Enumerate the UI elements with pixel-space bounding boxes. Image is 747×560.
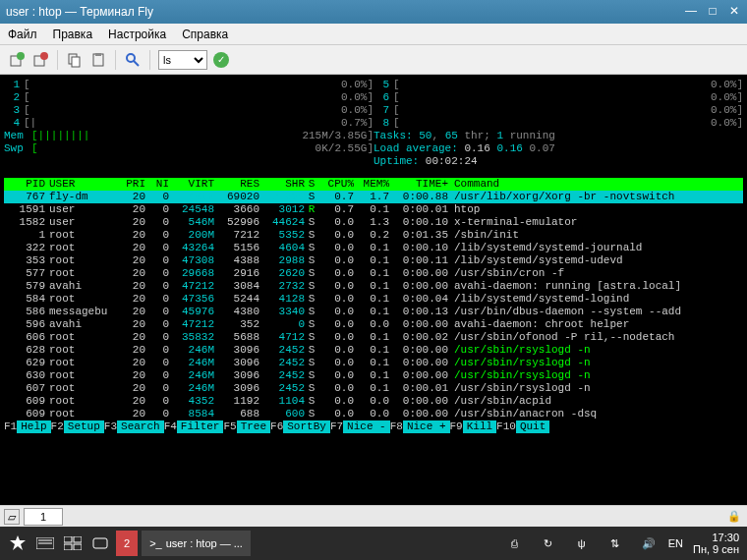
process-row[interactable]: 609root200435211921104S0.00.00:00.00/usr… [4,395,743,408]
fn-key: F9 [450,420,463,433]
svg-rect-15 [74,536,82,542]
process-row[interactable]: 596avahi200472123520S0.00.00:00.00avahi-… [4,318,743,331]
process-row[interactable]: 353root2004730843882988S0.00.10:00.11/li… [4,254,743,267]
svg-rect-5 [72,57,80,67]
svg-line-9 [134,61,139,66]
system-tray: ⎙ ↻ ψ ⇅ 🔊 EN 17:30 Пн, 9 сен [501,532,743,555]
process-row[interactable]: 579avahi2004721230842732S0.00.10:00.00av… [4,280,743,293]
fn-label[interactable]: Kill [463,420,496,433]
taskbar-app-pager[interactable]: 2 [116,531,138,556]
process-row[interactable]: 629root200246M30962452S0.00.10:00.00/usr… [4,357,743,369]
fn-label[interactable]: Quit [516,420,549,433]
volume-icon[interactable]: 🔊 [637,532,661,555]
process-row[interactable]: 630root200246M30962452S0.00.10:00.00/usr… [4,369,743,382]
network-icon[interactable]: ⇅ [603,532,627,555]
windows-icon[interactable] [88,532,112,555]
fn-label[interactable]: Filter [177,420,224,433]
svg-rect-7 [95,53,101,56]
cpu-meter: 1[0.0%] [4,79,374,91]
fn-label[interactable]: Search [117,420,164,433]
tray-icon[interactable]: ⎙ [503,532,527,555]
fn-label[interactable]: Nice + [403,420,450,433]
menu-help[interactable]: Справка [182,28,228,41]
terminal-tabbar: ▱ 1 🔒 [0,505,747,527]
function-keys: F1HelpF2SetupF3SearchF4FilterF5TreeF6Sor… [4,420,743,433]
maximize-button[interactable]: □ [706,5,719,19]
swp-meter: Swp[0K/2.55G] [4,142,374,155]
refresh-icon[interactable]: ↻ [537,532,560,555]
taskbar: 2 >_user : htop — ... ⎙ ↻ ψ ⇅ 🔊 EN 17:30… [0,527,747,560]
process-row[interactable]: 1582user200546M5299644624S0.01.30:00.10x… [4,216,743,229]
process-row[interactable]: 577root2002966829162620S0.00.10:00.00/us… [4,267,743,280]
svg-rect-17 [74,544,82,550]
fn-label[interactable]: SortBy [283,420,330,433]
command-select[interactable]: ls [158,50,207,70]
cpu-meter: 2[0.0%] [4,91,374,104]
lock-icon[interactable]: 🔒 [725,508,743,526]
menu-settings[interactable]: Настройка [108,28,166,41]
close-button[interactable]: ✕ [727,5,741,19]
process-row[interactable]: 1root200200M72125352S0.00.20:01.35/sbin/… [4,229,743,242]
fn-key: F8 [390,420,403,433]
cpu-meter: 8[0.0%] [374,117,743,130]
menubar: Файл Правка Настройка Справка [0,24,747,45]
process-row[interactable]: 322root2004326451564604S0.00.10:00.10/li… [4,242,743,254]
svg-rect-14 [64,536,72,542]
fn-key: F7 [330,420,343,433]
cpu-meter: 7[0.0%] [374,104,743,117]
paste-icon[interactable] [89,51,107,69]
process-row[interactable]: 586messagebu2004597643803340S0.00.10:00.… [4,306,743,318]
fn-key: F5 [223,420,236,433]
fn-key: F3 [104,420,117,433]
minimize-button[interactable]: — [684,5,698,19]
toolbar: ls ✓ [0,45,747,75]
run-icon[interactable]: ✓ [213,52,229,68]
fn-key: F4 [164,420,177,433]
terminal[interactable]: 1[0.0%]2[0.0%]3[0.0%]4[|0.7%] 5[0.0%]6[0… [0,75,747,505]
uptime-info: Uptime: 00:02:24 [374,155,743,168]
new-tab-icon[interactable] [8,51,26,69]
desktop-switcher-icon[interactable] [61,532,85,555]
svg-point-3 [40,52,48,60]
cpu-meter: 5[0.0%] [374,79,743,91]
fn-label[interactable]: Help [17,420,50,433]
process-row[interactable]: 607root200246M30962452S0.00.10:00.01/usr… [4,382,743,395]
load-info: Load average: 0.16 0.16 0.07 [374,142,743,155]
fn-key: F10 [496,420,516,433]
language-indicator[interactable]: EN [668,537,683,549]
fn-label[interactable]: Nice - [343,420,390,433]
terminal-tab-1[interactable]: 1 [24,508,63,526]
fn-label[interactable]: Setup [64,420,104,433]
svg-rect-18 [93,538,107,548]
separator [115,50,116,70]
start-menu-icon[interactable] [6,532,29,555]
menu-file[interactable]: Файл [8,28,37,41]
close-tab-icon[interactable] [31,51,49,69]
taskbar-app-terminal[interactable]: >_user : htop — ... [142,531,251,556]
svg-point-1 [17,52,25,60]
cpu-meter: 6[0.0%] [374,91,743,104]
clock[interactable]: 17:30 Пн, 9 сен [689,532,743,555]
process-row[interactable]: 1591user2002454836603012R0.70.10:00.01ht… [4,203,743,216]
process-row[interactable]: 606root2003583256884712S0.00.10:00.02/us… [4,331,743,344]
process-row[interactable]: 628root200246M30962452S0.00.10:00.00/usr… [4,344,743,357]
svg-point-8 [127,54,135,62]
separator [57,50,58,70]
keyboard-icon[interactable] [33,532,57,555]
fn-key: F6 [270,420,283,433]
titlebar[interactable]: user : htop — Терминал Fly — □ ✕ [0,0,747,24]
new-tab-button[interactable]: ▱ [4,509,20,525]
tasks-info: Tasks: 50, 65 thr; 1 running [374,130,743,142]
process-row[interactable]: 767fly-dm200401M6902037628S0.71.70:00.88… [4,191,743,203]
process-header[interactable]: PIDUSERPRINIVIRTRESSHRSCPU%MEM%TIME+Comm… [4,178,743,191]
cpu-meter: 4[|0.7%] [4,117,374,130]
fn-key: F1 [4,420,17,433]
menu-edit[interactable]: Правка [53,28,93,41]
process-row[interactable]: 609root2008584688600S0.00.00:00.00/usr/s… [4,408,743,420]
search-icon[interactable] [124,51,142,69]
copy-icon[interactable] [66,51,84,69]
svg-marker-10 [10,535,26,550]
process-row[interactable]: 584root2004735652444128S0.00.10:00.04/li… [4,293,743,306]
usb-icon[interactable]: ψ [570,532,594,555]
fn-label[interactable]: Tree [237,420,270,433]
